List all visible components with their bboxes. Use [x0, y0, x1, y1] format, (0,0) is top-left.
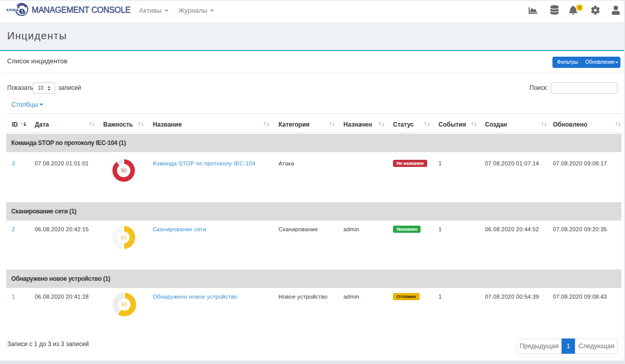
- svg-text:90: 90: [121, 167, 127, 174]
- svg-text:50: 50: [121, 234, 127, 240]
- svg-text:60: 60: [122, 301, 128, 307]
